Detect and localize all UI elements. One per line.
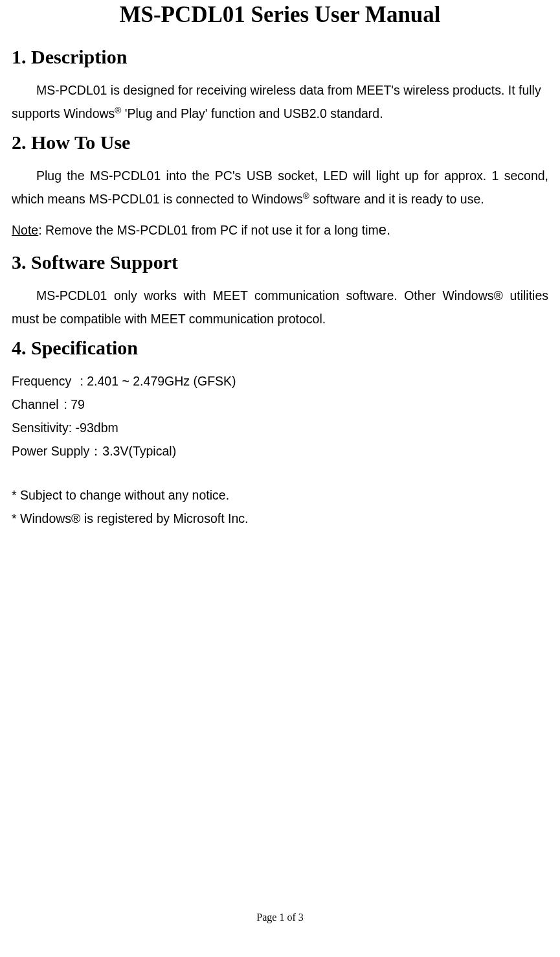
footnote-1: * Subject to change without any notice. (12, 483, 548, 507)
footnotes: * Subject to change without any notice. … (12, 483, 548, 530)
spec-sensitivity: Sensitivity: -93dbm (12, 416, 548, 439)
spec-channel-label: Channel (12, 393, 60, 416)
section-2-paragraph: Plug the MS-PCDL01 into the PC's USB soc… (12, 164, 548, 211)
section-3-heading: 3. Software Support (12, 251, 548, 273)
registered-mark: ® (115, 106, 121, 115)
section-3-paragraph: MS-PCDL01 only works with MEET communica… (12, 284, 548, 330)
s1-text-b: 'Plug and Play' function and USB2.0 stan… (121, 106, 383, 121)
spec-frequency-value: : 2.401 ~ 2.479GHz (GFSK) (80, 374, 236, 388)
section-1-heading: 1. Description (12, 46, 548, 68)
specification-list: Frequency : 2.401 ~ 2.479GHz (GFSK) Chan… (12, 369, 548, 463)
spec-power: Power Supply：3.3V(Typical) (12, 439, 548, 463)
note-text: : Remove the MS-PCDL01 from PC if not us… (38, 223, 379, 237)
spec-power-label: Power Supply (12, 444, 89, 458)
document-title: MS-PCDL01 Series User Manual (12, 2, 548, 28)
spec-sensitivity-value: : -93dbm (69, 421, 118, 435)
spec-sensitivity-label: Sensitivity (12, 421, 69, 435)
section-2-heading: 2. How To Use (12, 132, 548, 154)
spec-power-value: ：3.3V(Typical) (89, 444, 176, 458)
section-2-note: Note: Remove the MS-PCDL01 from PC if no… (12, 217, 548, 244)
s2-text-b: software and it is ready to use. (309, 192, 484, 206)
page-number: Page 1 of 3 (0, 912, 560, 923)
registered-mark: ® (303, 191, 309, 201)
note-label: Note (12, 223, 38, 237)
spec-frequency-label: Frequency (12, 369, 76, 393)
spec-channel: Channel : 79 (12, 393, 548, 416)
footnote-2: * Windows® is registered by Microsoft In… (12, 507, 548, 530)
section-1-paragraph: MS-PCDL01 is designed for receiving wire… (12, 78, 548, 125)
spec-frequency: Frequency : 2.401 ~ 2.479GHz (GFSK) (12, 369, 548, 393)
note-end: e. (379, 222, 390, 238)
section-4-heading: 4. Specification (12, 337, 548, 359)
spec-channel-value: : 79 (63, 397, 85, 411)
